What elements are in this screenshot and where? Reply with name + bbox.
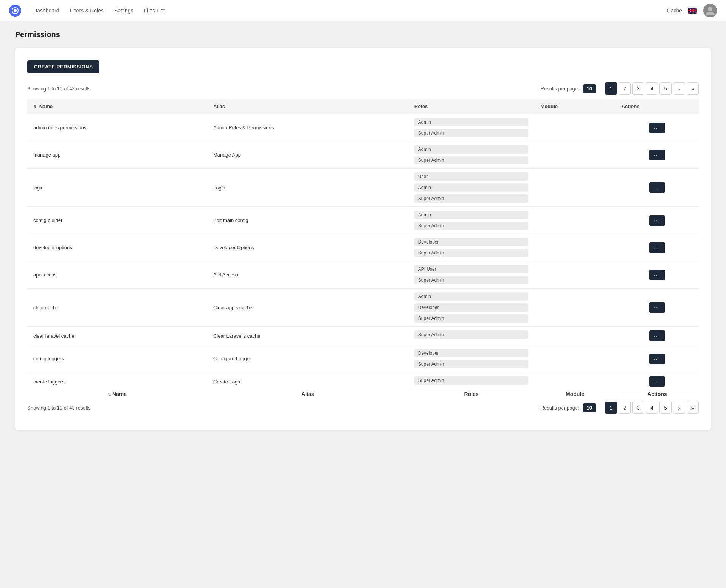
role-badge: Super Admin [414, 330, 529, 339]
sort-icon-name-foot: ⇅ [108, 393, 111, 397]
action-menu-button-3[interactable]: ··· [649, 215, 665, 226]
cell-roles-1: AdminSuper Admin [408, 141, 535, 169]
cell-module-5 [534, 261, 615, 289]
nav-link-dashboard[interactable]: Dashboard [33, 8, 59, 14]
role-badge: Developer [414, 303, 529, 312]
rpp-value-top[interactable]: 10 [583, 84, 596, 93]
table-header: ⇅ Name Alias Roles Module Actions [27, 99, 699, 114]
cell-alias-0: Admin Roles & Permissions [207, 114, 408, 141]
cell-module-9 [534, 372, 615, 391]
page-last-bottom[interactable]: » [687, 402, 699, 414]
action-menu-button-8[interactable]: ··· [649, 354, 665, 364]
nav-link-files-list[interactable]: Files List [144, 8, 165, 14]
cell-alias-7: Clear Laravel's cache [207, 327, 408, 345]
cell-name-6: clear cache [27, 289, 207, 327]
create-permissions-button[interactable]: CREATE PERMISSIONS [27, 60, 99, 73]
foot-col-0[interactable]: ⇅Name [27, 391, 207, 397]
rpp-section-top: Results per page: 10 [541, 84, 596, 93]
action-menu-button-7[interactable]: ··· [649, 330, 665, 341]
role-badge: API User [414, 265, 529, 273]
table-row: developer optionsDeveloper OptionsDevelo… [27, 234, 699, 261]
col-roles: Roles [408, 99, 535, 114]
page-btn-4-top[interactable]: 4 [646, 82, 658, 95]
nav-link-users-roles[interactable]: Users & Roles [70, 8, 104, 14]
page-btn-3-bottom[interactable]: 3 [632, 402, 644, 414]
role-badge: Super Admin [414, 376, 529, 385]
showing-text-bottom: Showing 1 to 10 of 43 results [27, 405, 91, 411]
page-next-top[interactable]: › [673, 82, 685, 95]
cell-name-4: developer options [27, 234, 207, 261]
nav-links: Dashboard Users & Roles Settings Files L… [33, 8, 667, 14]
svg-point-4 [708, 7, 712, 11]
cell-roles-4: DeveloperSuper Admin [408, 234, 535, 261]
col-name[interactable]: ⇅ Name [27, 99, 207, 114]
page-btn-1-bottom[interactable]: 1 [605, 402, 617, 414]
role-badge: Developer [414, 238, 529, 246]
role-badge: Admin [414, 183, 529, 192]
foot-col-4: Actions [616, 391, 699, 397]
role-badge: Super Admin [414, 314, 529, 323]
user-avatar[interactable] [703, 4, 717, 17]
page-btn-2-top[interactable]: 2 [619, 82, 631, 95]
cell-actions-1: ··· [616, 141, 699, 169]
cell-actions-6: ··· [616, 289, 699, 327]
cell-actions-7: ··· [616, 327, 699, 345]
action-menu-button-0[interactable]: ··· [649, 123, 665, 133]
page-btn-4-bottom[interactable]: 4 [646, 402, 658, 414]
pagination-top: 1 2 3 4 5 › » [605, 82, 699, 95]
rpp-section-bottom: Results per page: 10 [541, 403, 596, 412]
app-logo[interactable] [9, 5, 21, 17]
page-btn-2-bottom[interactable]: 2 [619, 402, 631, 414]
role-badge: Admin [414, 118, 529, 126]
permissions-table: ⇅ Name Alias Roles Module Actions admin … [27, 99, 699, 397]
action-menu-button-1[interactable]: ··· [649, 150, 665, 160]
cell-name-8: config loggers [27, 345, 207, 372]
role-badge: Super Admin [414, 249, 529, 257]
cell-actions-5: ··· [616, 261, 699, 289]
cell-module-1 [534, 141, 615, 169]
page-next-bottom[interactable]: › [673, 402, 685, 414]
role-badge: Admin [414, 292, 529, 301]
cell-module-6 [534, 289, 615, 327]
role-badge: User [414, 172, 529, 181]
role-badge: Super Admin [414, 276, 529, 284]
page-btn-5-top[interactable]: 5 [659, 82, 672, 95]
table-row: admin roles permissionsAdmin Roles & Per… [27, 114, 699, 141]
page-title: Permissions [15, 30, 711, 39]
foot-col-2: Roles [408, 391, 535, 397]
role-badge: Super Admin [414, 222, 529, 230]
page-container: Permissions CREATE PERMISSIONS Showing 1… [0, 21, 726, 439]
col-alias: Alias [207, 99, 408, 114]
action-menu-button-9[interactable]: ··· [649, 376, 665, 387]
table-row: manage appManage AppAdminSuper Admin··· [27, 141, 699, 169]
cell-roles-2: UserAdminSuper Admin [408, 169, 535, 207]
cell-alias-6: Clear app's cache [207, 289, 408, 327]
action-menu-button-2[interactable]: ··· [649, 182, 665, 193]
cell-actions-2: ··· [616, 169, 699, 207]
cell-name-0: admin roles permissions [27, 114, 207, 141]
page-btn-3-top[interactable]: 3 [632, 82, 644, 95]
svg-point-1 [14, 9, 17, 12]
action-menu-button-4[interactable]: ··· [649, 242, 665, 253]
rpp-label-bottom: Results per page: [541, 405, 579, 411]
cache-link[interactable]: Cache [667, 8, 682, 14]
rpp-value-bottom[interactable]: 10 [583, 403, 596, 412]
cell-roles-7: Super Admin [408, 327, 535, 345]
nav-link-settings[interactable]: Settings [114, 8, 133, 14]
cell-actions-4: ··· [616, 234, 699, 261]
top-toolbar: Showing 1 to 10 of 43 results Results pe… [27, 82, 699, 95]
action-menu-button-6[interactable]: ··· [649, 302, 665, 313]
page-btn-1-top[interactable]: 1 [605, 82, 617, 95]
table-row: clear cacheClear app's cacheAdminDevelop… [27, 289, 699, 327]
role-badge: Super Admin [414, 129, 529, 137]
showing-text-top: Showing 1 to 10 of 43 results [27, 86, 91, 92]
page-btn-5-bottom[interactable]: 5 [659, 402, 672, 414]
cell-roles-6: AdminDeveloperSuper Admin [408, 289, 535, 327]
table-body: admin roles permissionsAdmin Roles & Per… [27, 114, 699, 391]
action-menu-button-5[interactable]: ··· [649, 270, 665, 280]
cell-alias-4: Developer Options [207, 234, 408, 261]
table-row: config builderEdit main configAdminSuper… [27, 207, 699, 234]
page-last-top[interactable]: » [687, 82, 699, 95]
cell-actions-9: ··· [616, 372, 699, 391]
language-flag[interactable] [688, 8, 697, 14]
